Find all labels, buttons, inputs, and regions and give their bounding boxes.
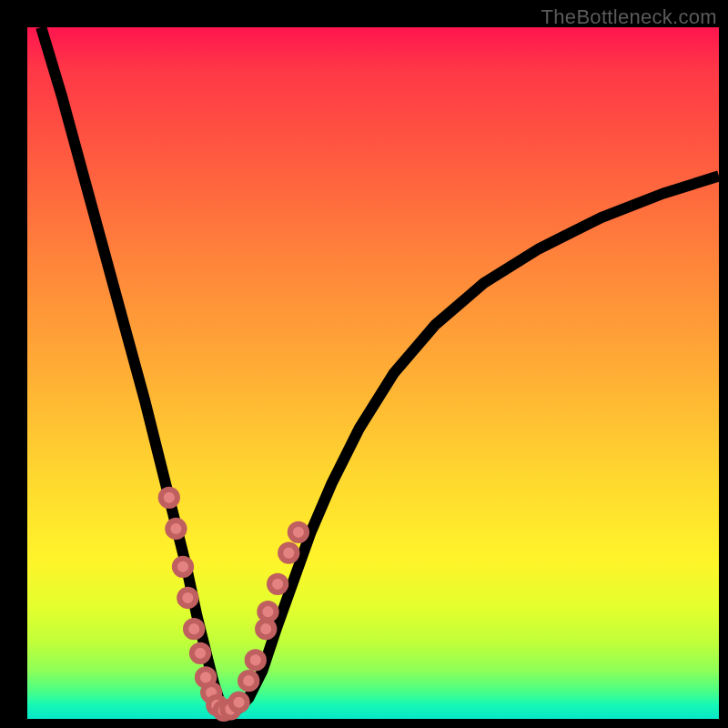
- sample-point: [161, 490, 177, 506]
- plot-area: [27, 27, 719, 719]
- sample-point: [269, 576, 286, 592]
- chart-svg: [27, 27, 719, 719]
- sample-point: [290, 524, 307, 541]
- sample-point: [179, 590, 196, 606]
- chart-stage: TheBottleneck.com: [0, 0, 728, 728]
- sample-point: [167, 521, 184, 537]
- sample-point: [259, 603, 276, 620]
- sample-point: [280, 544, 297, 561]
- bottleneck-curve: [41, 27, 719, 712]
- sample-point: [175, 559, 191, 575]
- sample-point: [240, 672, 257, 689]
- sample-point: [230, 694, 247, 711]
- sample-point: [192, 645, 208, 662]
- sample-point: [248, 652, 264, 668]
- watermark-label: TheBottleneck.com: [541, 5, 717, 29]
- sample-point: [186, 621, 202, 637]
- sample-point: [258, 621, 274, 637]
